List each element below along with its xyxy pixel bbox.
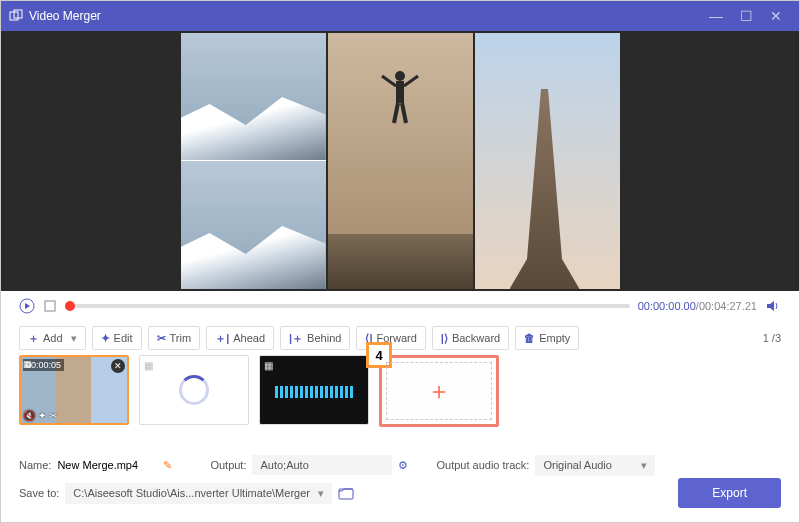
maximize-button[interactable]: ☐ xyxy=(731,8,761,24)
svg-rect-3 xyxy=(396,81,404,103)
page-counter: 1 /3 xyxy=(763,332,781,344)
clip-tools: 🔇 ✦ ✂ xyxy=(23,410,57,421)
edit-name-icon[interactable]: ✎ xyxy=(163,459,172,472)
behind-button[interactable]: |＋Behind xyxy=(280,326,350,350)
scissors-icon: ✂ xyxy=(157,332,166,345)
seek-track[interactable] xyxy=(65,304,630,308)
svg-marker-11 xyxy=(767,301,774,311)
add-clip-dropzone[interactable]: 4 ＋ xyxy=(379,355,499,427)
grid-icon: ▦ xyxy=(23,359,32,369)
trash-icon: 🗑 xyxy=(524,332,535,344)
player-bar: 00:00:00.00/00:04:27.21 xyxy=(1,291,799,321)
clip-strip: 00:00:05 ▦ ✕ 🔇 ✦ ✂ ▦ ▦ 4 ＋ xyxy=(1,355,799,445)
app-window: Video Merger — ☐ ✕ 00:00:00.00/00:04:27.… xyxy=(0,0,800,523)
output-settings-icon[interactable]: ⚙ xyxy=(398,459,408,472)
ahead-button[interactable]: ＋|Ahead xyxy=(206,326,274,350)
title-bar: Video Merger — ☐ ✕ xyxy=(1,1,799,31)
clip-thumbnail[interactable]: ▦ xyxy=(259,355,369,425)
open-folder-icon[interactable] xyxy=(338,486,354,500)
waveform xyxy=(275,386,353,398)
app-title: Video Merger xyxy=(29,9,101,23)
name-label: Name: xyxy=(19,459,51,471)
close-button[interactable]: ✕ xyxy=(761,8,791,24)
settings-panel: Name: ✎ Output: Auto;Auto ⚙ Output audio… xyxy=(1,445,799,513)
name-input[interactable] xyxy=(57,457,157,474)
wand-icon: ✦ xyxy=(101,332,110,345)
time-display: 00:00:00.00/00:04:27.21 xyxy=(638,300,757,312)
app-icon xyxy=(9,9,23,23)
minimize-button[interactable]: — xyxy=(701,8,731,24)
svg-line-6 xyxy=(394,103,398,123)
grid-icon: ▦ xyxy=(144,360,153,371)
plus-icon: ＋ xyxy=(386,362,492,420)
clip-thumbnail[interactable]: ▦ xyxy=(139,355,249,425)
preview-tile xyxy=(328,33,473,289)
svg-marker-9 xyxy=(25,303,30,309)
toolbar: ＋Add▾ ✦Edit ✂Trim ＋|Ahead |＋Behind ⟨|For… xyxy=(1,321,799,355)
svg-line-7 xyxy=(402,103,406,123)
video-preview xyxy=(1,31,799,291)
play-button[interactable] xyxy=(19,298,35,314)
trim-button[interactable]: ✂Trim xyxy=(148,326,201,350)
output-select[interactable]: Auto;Auto xyxy=(252,455,392,475)
add-button[interactable]: ＋Add▾ xyxy=(19,326,86,350)
svg-point-2 xyxy=(395,71,405,81)
stop-button[interactable] xyxy=(43,299,57,313)
time-total: 00:04:27.21 xyxy=(699,300,757,312)
save-path-select[interactable]: C:\Aiseesoft Studio\Ais...nverter Ultima… xyxy=(65,483,332,504)
svg-line-5 xyxy=(404,76,418,86)
preview-tile xyxy=(475,33,620,289)
export-button[interactable]: Export xyxy=(678,478,781,508)
time-current: 00:00:00.00 xyxy=(638,300,696,312)
grid-icon: ▦ xyxy=(264,360,273,371)
output-label: Output: xyxy=(210,459,246,471)
audio-track-label: Output audio track: xyxy=(436,459,529,471)
edit-button[interactable]: ✦Edit xyxy=(92,326,142,350)
preview-tile xyxy=(181,161,326,289)
svg-line-4 xyxy=(382,76,396,86)
svg-rect-10 xyxy=(45,301,55,311)
empty-button[interactable]: 🗑Empty xyxy=(515,326,579,350)
loading-spinner-icon xyxy=(179,375,209,405)
backward-button[interactable]: |⟩Backward xyxy=(432,326,509,350)
preview-tile xyxy=(181,33,326,161)
seek-playhead[interactable] xyxy=(65,301,75,311)
volume-button[interactable] xyxy=(765,298,781,314)
audio-track-select[interactable]: Original Audio▾ xyxy=(535,455,655,476)
clip-thumbnail[interactable]: 00:00:05 ▦ ✕ 🔇 ✦ ✂ xyxy=(19,355,129,425)
save-to-label: Save to: xyxy=(19,487,59,499)
remove-clip-button[interactable]: ✕ xyxy=(111,359,125,373)
